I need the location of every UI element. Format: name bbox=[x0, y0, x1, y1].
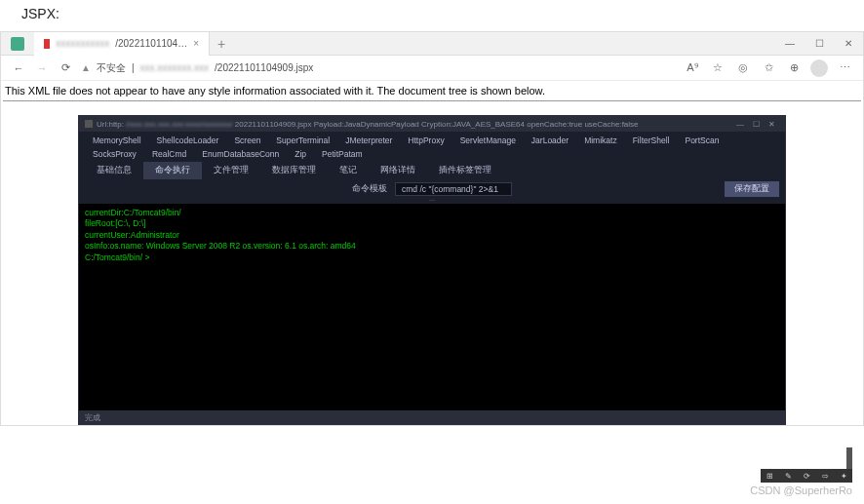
collections-icon[interactable]: ⊕ bbox=[785, 59, 803, 77]
star-icon[interactable]: ☆ bbox=[709, 59, 727, 77]
sub-tab[interactable]: 笔记 bbox=[328, 162, 369, 179]
refresh-button[interactable]: ⟳ bbox=[58, 60, 73, 76]
window-controls: — ☐ ✕ bbox=[775, 32, 863, 56]
overlay-handle bbox=[846, 447, 852, 469]
sub-tab[interactable]: 文件管理 bbox=[202, 162, 260, 179]
tab-title: /20221101104… bbox=[115, 38, 187, 49]
sub-tab[interactable]: 插件标签管理 bbox=[427, 162, 503, 179]
page-label: JSPX: bbox=[0, 0, 864, 31]
target-icon[interactable]: ◎ bbox=[734, 59, 752, 77]
console-output[interactable]: currentDir:C:/Tomcat9/bin/fileRoot:[C:\,… bbox=[79, 204, 785, 410]
url-path: /20221101104909.jspx bbox=[215, 62, 313, 73]
module-button[interactable]: PortScan bbox=[677, 134, 727, 147]
back-button[interactable]: ← bbox=[11, 60, 26, 76]
not-secure-label: 不安全 bbox=[97, 61, 126, 75]
watermark: CSDN @SuperherRo bbox=[750, 485, 852, 496]
url-separator: | bbox=[132, 62, 135, 73]
cmd-template-input[interactable]: cmd /c "{command}" 2>&1 bbox=[395, 182, 512, 196]
terminal-title-blur: //xxx.xxx.xxx.xxx:xxxx/xxxxxxx/ bbox=[126, 120, 233, 129]
tab-title-blur: xxxxxxxxxxx bbox=[56, 38, 109, 49]
more-icon[interactable]: ⋯ bbox=[836, 59, 853, 77]
console-line: fileRoot:[C:\, D:\] bbox=[85, 218, 779, 229]
overlay-btn-1[interactable]: ⊞ bbox=[761, 469, 778, 483]
module-button[interactable]: HttpProxy bbox=[400, 134, 452, 147]
module-button[interactable]: JMeterpreter bbox=[337, 134, 400, 147]
toolbar-right: A⁹ ☆ ◎ ✩ ⊕ ⋯ bbox=[684, 59, 853, 77]
cmd-template-row: 命令模板 cmd /c "{command}" 2>&1 保存配置 bbox=[79, 180, 785, 198]
browser-window: xxxxxxxxxxx /20221101104… × + — ☐ ✕ ← → … bbox=[0, 31, 864, 426]
module-button[interactable]: Screen bbox=[226, 134, 268, 147]
term-close-button[interactable]: ✕ bbox=[764, 120, 779, 129]
close-window-button[interactable]: ✕ bbox=[834, 32, 863, 56]
sub-tab[interactable]: 基础信息 bbox=[85, 162, 143, 179]
terminal-window: Url:http: //xxx.xxx.xxx.xxx:xxxx/xxxxxxx… bbox=[78, 115, 786, 425]
url-host-blur: xxx.xxxxxxx.xxx bbox=[140, 62, 210, 73]
browser-icon bbox=[11, 37, 24, 51]
favorite-icon[interactable]: ✩ bbox=[760, 59, 777, 77]
not-secure-icon: ▲ bbox=[81, 62, 91, 73]
module-button[interactable]: SocksProxy bbox=[85, 147, 144, 161]
module-button[interactable]: JarLoader bbox=[524, 134, 576, 147]
module-button[interactable]: FilterShell bbox=[625, 134, 678, 147]
status-text: 完成 bbox=[85, 412, 100, 423]
module-button[interactable]: RealCmd bbox=[144, 147, 194, 161]
status-bar: 完成 bbox=[79, 410, 785, 424]
sub-tab[interactable]: 命令执行 bbox=[143, 162, 202, 179]
module-button[interactable]: ServletManage bbox=[452, 134, 524, 147]
terminal-icon bbox=[85, 120, 93, 128]
term-minimize-button[interactable]: — bbox=[732, 120, 748, 129]
minimize-button[interactable]: — bbox=[775, 32, 805, 56]
save-config-button[interactable]: 保存配置 bbox=[725, 181, 779, 197]
term-maximize-button[interactable]: ☐ bbox=[748, 120, 764, 129]
module-button[interactable]: ShellcodeLoader bbox=[149, 134, 227, 147]
overlay-btn-2[interactable]: ✎ bbox=[779, 469, 797, 483]
avatar[interactable] bbox=[810, 59, 828, 77]
module-button[interactable]: PetitPatam bbox=[314, 147, 371, 161]
console-line: currentDir:C:/Tomcat9/bin/ bbox=[85, 208, 779, 218]
address-bar: ← → ⟳ ▲ 不安全 | xxx.xxxxxxx.xxx /202211011… bbox=[1, 56, 863, 81]
sub-tab[interactable]: 网络详情 bbox=[369, 162, 427, 179]
url-field[interactable]: ▲ 不安全 | xxx.xxxxxxx.xxx /20221101104909.… bbox=[81, 61, 676, 75]
new-tab-button[interactable]: + bbox=[210, 36, 233, 52]
module-button[interactable]: Mimikatz bbox=[576, 134, 625, 147]
xml-warning: This XML file does not appear to have an… bbox=[3, 81, 861, 101]
module-row: MemoryShellShellcodeLoaderScreenSuperTer… bbox=[79, 132, 785, 161]
sub-toolbar: 基础信息命令执行文件管理数据库管理笔记网络详情插件标签管理 bbox=[79, 161, 785, 180]
maximize-button[interactable]: ☐ bbox=[805, 32, 834, 56]
terminal-title-suffix: 20221101104909.jspx Payload:JavaDynamicP… bbox=[235, 120, 639, 129]
forward-button: → bbox=[34, 60, 50, 76]
module-button[interactable]: Zip bbox=[287, 147, 314, 161]
overlay-toolbar: ⊞ ✎ ⟳ ⇨ ✦ bbox=[761, 469, 852, 483]
sub-tab[interactable]: 数据库管理 bbox=[260, 162, 328, 179]
console-line: currentUser:Administrator bbox=[85, 230, 779, 241]
cmd-template-label: 命令模板 bbox=[352, 183, 387, 195]
browser-tab[interactable]: xxxxxxxxxxx /20221101104… × bbox=[34, 32, 210, 56]
close-tab-button[interactable]: × bbox=[193, 38, 199, 49]
overlay-btn-5[interactable]: ✦ bbox=[835, 469, 852, 483]
tab-strip: xxxxxxxxxxx /20221101104… × + — ☐ ✕ bbox=[1, 32, 863, 56]
module-button[interactable]: MemoryShell bbox=[85, 134, 149, 147]
overlay-btn-3[interactable]: ⟳ bbox=[798, 469, 815, 483]
terminal-titlebar: Url:http: //xxx.xxx.xxx.xxx:xxxx/xxxxxxx… bbox=[79, 116, 785, 132]
console-line: C:/Tomcat9/bin/ > bbox=[85, 252, 779, 263]
terminal-title-prefix: Url:http: bbox=[97, 120, 124, 129]
module-button[interactable]: EnumDatabaseConn bbox=[194, 147, 287, 161]
console-line: osInfo:os.name: Windows Server 2008 R2 o… bbox=[85, 241, 779, 252]
favicon-icon bbox=[44, 39, 50, 49]
read-aloud-icon[interactable]: A⁹ bbox=[684, 59, 701, 77]
overlay-btn-4[interactable]: ⇨ bbox=[816, 469, 834, 483]
module-button[interactable]: SuperTerminal bbox=[268, 134, 337, 147]
